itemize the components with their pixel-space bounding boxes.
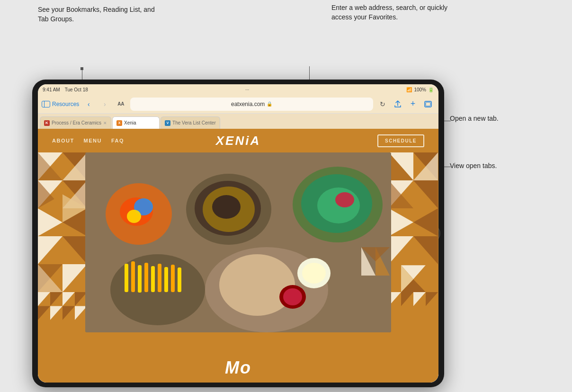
svg-point-54 <box>212 195 241 219</box>
back-button[interactable]: ‹ <box>82 98 95 111</box>
forward-button[interactable]: › <box>98 98 111 111</box>
status-bar: 9:41 AM Tue Oct 18 ··· 📶 100% 🔋 <box>38 84 438 95</box>
site-content: ABOUT MENU FAQ XENiA SCHEDULE <box>38 129 438 383</box>
site-bottom-text: Mo <box>38 358 438 378</box>
tab-1-close[interactable]: ✕ <box>103 121 107 125</box>
schedule-button[interactable]: SCHEDULE <box>377 134 424 147</box>
more-icon: ··· <box>245 87 249 92</box>
wifi-icon: 📶 <box>406 87 412 92</box>
address-text: eatxenia.com <box>231 101 265 107</box>
toolbar-actions: ↻ + <box>376 98 435 111</box>
ipad-screen: 9:41 AM Tue Oct 18 ··· 📶 100% 🔋 Resource… <box>38 84 438 383</box>
svg-rect-67 <box>171 265 175 292</box>
nav-faq[interactable]: FAQ <box>111 138 124 143</box>
share-button[interactable] <box>391 98 404 111</box>
svg-rect-65 <box>158 264 161 292</box>
nav-about[interactable]: ABOUT <box>52 138 74 143</box>
svg-marker-20 <box>50 292 63 306</box>
bookmarks-annotation-text: See your Bookmarks, Reading List, and Ta… <box>38 6 155 23</box>
svg-rect-1 <box>426 102 430 106</box>
svg-marker-34 <box>389 208 413 236</box>
site-logo: XENiA <box>216 134 260 148</box>
svg-point-58 <box>335 192 354 207</box>
tab-vera-list[interactable]: V The Vera List Center <box>161 116 220 129</box>
address-bar[interactable]: eatxenia.com 🔒 <box>130 98 373 111</box>
food-image <box>85 152 391 332</box>
food-photo <box>85 152 391 332</box>
tab-3-favicon: V <box>165 120 170 126</box>
sidebar-button[interactable]: Resources <box>42 101 79 107</box>
tab-2-favicon: X <box>116 120 122 126</box>
svg-marker-35 <box>413 208 438 236</box>
svg-point-50 <box>127 210 141 223</box>
site-nav: ABOUT MENU FAQ XENiA SCHEDULE <box>38 129 438 152</box>
tab-2-label: Xenia <box>124 120 136 125</box>
svg-rect-60 <box>125 264 128 292</box>
svg-marker-44 <box>413 292 426 306</box>
battery-text: 100% <box>414 87 426 92</box>
svg-marker-43 <box>401 292 413 306</box>
svg-marker-14 <box>38 236 63 264</box>
tab-process-era[interactable]: K Process / Era Ceramics ✕ <box>40 116 111 129</box>
status-date: Tue Oct 18 <box>65 87 88 92</box>
svg-rect-62 <box>138 265 142 293</box>
new-tab-annotation: Open a new tab. <box>450 114 499 123</box>
svg-marker-45 <box>426 292 438 306</box>
food-svg <box>85 152 391 332</box>
geo-right-svg <box>389 152 438 356</box>
svg-marker-37 <box>413 236 438 264</box>
svg-marker-19 <box>38 292 50 306</box>
svg-rect-68 <box>178 267 181 292</box>
svg-point-74 <box>283 288 302 305</box>
address-annotation-text: Enter a web address, search, or quickly … <box>331 4 447 21</box>
status-left: 9:41 AM Tue Oct 18 <box>43 87 88 92</box>
svg-marker-15 <box>63 236 87 264</box>
view-tabs-annotation: View open tabs. <box>450 161 497 170</box>
tab-xenia[interactable]: X Xenia <box>112 116 160 129</box>
svg-point-72 <box>302 263 326 284</box>
bookmarks-annotation: See your Bookmarks, Reading List, and Ta… <box>38 5 161 24</box>
sidebar-label: Resources <box>52 101 79 107</box>
new-tab-annotation-text: Open a new tab. <box>450 115 499 122</box>
svg-marker-24 <box>50 306 63 320</box>
address-annotation: Enter a web address, search, or quickly … <box>331 3 464 22</box>
svg-marker-23 <box>38 306 50 320</box>
ipad-device: 9:41 AM Tue Oct 18 ··· 📶 100% 🔋 Resource… <box>32 80 444 387</box>
geo-left-panel <box>38 152 88 356</box>
svg-point-70 <box>219 254 295 316</box>
battery-icon: 🔋 <box>428 87 434 92</box>
reload-button[interactable]: ↻ <box>376 98 389 111</box>
sidebar-icon <box>42 101 50 107</box>
svg-marker-32 <box>413 180 438 208</box>
tabs-bar: K Process / Era Ceramics ✕ X Xenia V <box>38 114 438 129</box>
tab-1-favicon: K <box>44 120 50 126</box>
browser-chrome: 9:41 AM Tue Oct 18 ··· 📶 100% 🔋 Resource… <box>38 84 438 383</box>
svg-marker-36 <box>389 236 413 264</box>
nav-menu[interactable]: MENU <box>84 138 102 143</box>
lock-icon: 🔒 <box>267 101 272 107</box>
status-center: ··· <box>245 87 249 92</box>
view-tabs-annotation-text: View open tabs. <box>450 162 497 169</box>
tab-1-label: Process / Era Ceramics <box>52 120 101 125</box>
toolbar: Resources ‹ › AA eatxenia.com 🔒 ↻ <box>38 95 438 114</box>
tab-3-label: The Vera List Center <box>172 120 216 125</box>
svg-rect-64 <box>151 266 155 292</box>
tab-overview-button[interactable] <box>421 98 435 111</box>
svg-rect-63 <box>144 263 148 292</box>
svg-marker-21 <box>63 292 75 306</box>
svg-marker-25 <box>63 306 75 320</box>
bookmarks-callout-dot <box>80 67 83 70</box>
geo-right-panel <box>389 152 438 356</box>
site-nav-links: ABOUT MENU FAQ <box>52 138 124 143</box>
svg-rect-66 <box>164 267 168 292</box>
svg-rect-61 <box>131 261 135 292</box>
status-time: 9:41 AM <box>43 87 60 92</box>
svg-marker-17 <box>63 264 87 292</box>
reader-view-button[interactable]: AA <box>114 98 127 111</box>
new-tab-button[interactable]: + <box>406 98 420 111</box>
status-right: 📶 100% 🔋 <box>406 87 434 92</box>
geo-left-svg <box>38 152 88 356</box>
